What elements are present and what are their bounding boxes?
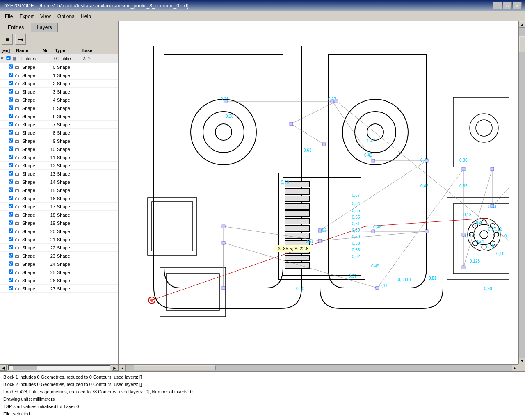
checkbox-7[interactable] (9, 122, 13, 126)
menu-help[interactable]: Help (78, 13, 94, 20)
tree-row[interactable]: 🗀 Shape 16 Shape (0, 194, 118, 203)
checkbox-4[interactable] (9, 97, 13, 101)
tree-row[interactable]: 🗀 Shape 0 Shape (0, 63, 118, 71)
tree-row[interactable]: 🗀 Shape 1 Shape (0, 71, 118, 80)
checkbox-1[interactable] (9, 73, 13, 77)
col-name: Name (14, 47, 41, 54)
checkbox-10[interactable] (9, 146, 13, 151)
checkbox-0[interactable] (9, 64, 13, 68)
tree-row[interactable]: 🗀 Shape 7 Shape (0, 121, 118, 129)
checkbox-23[interactable] (9, 253, 13, 257)
hscroll-canvas-track[interactable] (126, 365, 512, 371)
vscroll-track[interactable] (519, 28, 525, 358)
tree-row[interactable]: 🗀 Shape 18 Shape (0, 211, 118, 219)
folder-icon-15: 🗀 (15, 188, 21, 193)
menu-file[interactable]: File (2, 13, 16, 20)
checkbox-2[interactable] (9, 81, 13, 85)
menu-options[interactable]: Options (54, 13, 78, 20)
tree-row[interactable]: 🗀 Shape 5 Shape (0, 104, 118, 112)
tree-row[interactable]: 🗀 Shape 17 Shape (0, 203, 118, 211)
hscroll-left[interactable]: ◄ ► (0, 364, 118, 371)
canvas-panel[interactable]: X: 85.5; Y: 22.8 ▲ ▼ ◄ ► (119, 21, 525, 371)
checkbox-27[interactable] (9, 286, 13, 290)
hscroll-canvas-thumb[interactable] (134, 365, 216, 370)
checkbox-22[interactable] (9, 245, 13, 249)
tree-row[interactable]: 🗀 Shape 9 Shape (0, 137, 118, 145)
checkbox-16[interactable] (9, 196, 13, 200)
checkbox-18[interactable] (9, 212, 13, 216)
main-canvas[interactable] (119, 21, 509, 333)
hscroll-right[interactable]: ◄ ► (119, 364, 518, 371)
tree-area[interactable]: ▼ ▦ Entities 0 Entitie X -> 🗀 Shape 0 Sh… (0, 54, 118, 364)
tree-row[interactable]: 🗀 Shape 24 Shape (0, 260, 118, 268)
row-type-16: Shape (56, 196, 79, 201)
checkbox-15[interactable] (9, 187, 13, 192)
tree-parent-row[interactable]: ▼ ▦ Entities 0 Entitie X -> (0, 54, 118, 63)
tree-row[interactable]: 🗀 Shape 22 Shape (0, 244, 118, 252)
maximize-button[interactable]: □ (503, 2, 512, 9)
checkbox-19[interactable] (9, 220, 13, 224)
col-base: Base (80, 47, 96, 54)
checkbox-14[interactable] (9, 179, 13, 183)
checkbox-13[interactable] (9, 171, 13, 175)
menu-export[interactable]: Export (16, 13, 37, 20)
list-view-button[interactable]: ≡ (2, 34, 13, 45)
tree-row[interactable]: 🗀 Shape 13 Shape (0, 170, 118, 178)
vscroll-up-btn[interactable]: ▲ (519, 21, 525, 28)
checkbox-20[interactable] (9, 228, 13, 233)
checkbox-26[interactable] (9, 278, 13, 282)
tree-row[interactable]: 🗀 Shape 23 Shape (0, 252, 118, 260)
minimize-button[interactable]: − (493, 2, 502, 9)
row-name-8: Shape (21, 130, 46, 135)
tree-row[interactable]: 🗀 Shape 14 Shape (0, 178, 118, 186)
tab-layers[interactable]: Layers (31, 23, 58, 32)
tree-row[interactable]: 🗀 Shape 26 Shape (0, 276, 118, 285)
row-check-3 (8, 89, 15, 95)
hscroll-right-btn[interactable]: ► (112, 365, 118, 371)
vscroll-down-btn[interactable]: ▼ (519, 358, 525, 364)
checkbox-8[interactable] (9, 130, 13, 134)
hscroll-left-canvas-btn[interactable]: ◄ (119, 365, 126, 371)
tree-row[interactable]: 🗀 Shape 27 Shape (0, 285, 118, 293)
tree-row[interactable]: 🗀 Shape 19 Shape (0, 219, 118, 227)
indent-view-button[interactable]: ⇥ (15, 34, 26, 45)
checkbox-17[interactable] (9, 204, 13, 208)
hscroll-track[interactable] (8, 365, 110, 370)
tab-entities[interactable]: Entities (2, 23, 30, 32)
tree-row[interactable]: 🗀 Shape 25 Shape (0, 268, 118, 276)
checkbox-5[interactable] (9, 105, 13, 110)
tree-row[interactable]: 🗀 Shape 2 Shape (0, 80, 118, 88)
close-button[interactable]: ✕ (513, 2, 522, 9)
checkbox-6[interactable] (9, 114, 13, 118)
tree-row[interactable]: 🗀 Shape 10 Shape (0, 145, 118, 153)
tree-row[interactable]: 🗀 Shape 12 Shape (0, 162, 118, 170)
hscroll-thumb[interactable] (13, 366, 37, 370)
tree-row[interactable]: 🗀 Shape 8 Shape (0, 129, 118, 137)
folder-icon-7: 🗀 (15, 122, 21, 127)
tree-row[interactable]: 🗀 Shape 6 Shape (0, 112, 118, 121)
parent-checkbox[interactable] (6, 56, 10, 60)
vscroll-thumb[interactable] (519, 36, 525, 52)
checkbox-12[interactable] (9, 163, 13, 167)
checkbox-21[interactable] (9, 237, 13, 241)
vscroll-right[interactable]: ▲ ▼ (518, 21, 525, 364)
row-check-11 (8, 154, 15, 160)
hscroll-right-canvas-btn[interactable]: ► (512, 365, 518, 371)
tree-row[interactable]: 🗀 Shape 15 Shape (0, 186, 118, 194)
hscroll-left-btn[interactable]: ◄ (0, 365, 7, 371)
checkbox-3[interactable] (9, 89, 13, 93)
menu-view[interactable]: View (37, 13, 54, 20)
tree-row[interactable]: 🗀 Shape 4 Shape (0, 96, 118, 104)
row-check-16 (8, 195, 15, 201)
tree-row[interactable]: 🗀 Shape 3 Shape (0, 88, 118, 96)
checkbox-25[interactable] (9, 269, 13, 274)
checkbox-24[interactable] (9, 261, 13, 265)
row-name-12: Shape (21, 163, 46, 168)
tree-row[interactable]: 🗀 Shape 11 Shape (0, 153, 118, 162)
checkbox-9[interactable] (9, 138, 13, 142)
tree-row[interactable]: 🗀 Shape 20 Shape (0, 227, 118, 235)
tree-row[interactable]: 🗀 Shape 21 Shape (0, 235, 118, 244)
expand-icon[interactable]: ▼ (0, 56, 6, 61)
row-type-4: Shape (56, 98, 79, 103)
checkbox-11[interactable] (9, 155, 13, 159)
